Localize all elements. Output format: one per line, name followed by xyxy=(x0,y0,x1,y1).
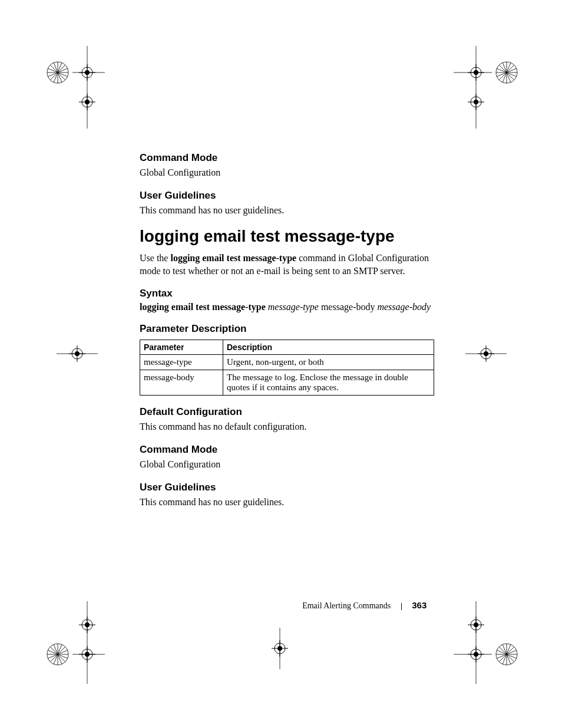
svg-line-61 xyxy=(50,647,65,662)
table-row: message-body The message to log. Enclose… xyxy=(140,370,434,396)
svg-point-55 xyxy=(85,652,90,657)
svg-line-65 xyxy=(54,644,62,664)
svg-point-73 xyxy=(471,620,481,630)
svg-line-66 xyxy=(54,644,62,664)
text-user-guidelines-1: This command has no user guidelines. xyxy=(140,204,434,217)
table-row: message-type Urgent, non-urgent, or both xyxy=(140,355,434,370)
heading-command-mode-2: Command Mode xyxy=(140,444,434,456)
text-default-config: This command has no default configuratio… xyxy=(140,420,434,433)
svg-point-78 xyxy=(471,649,481,660)
svg-point-35 xyxy=(474,100,478,104)
cell-desc: The message to log. Enclose the message … xyxy=(223,370,434,396)
svg-line-8 xyxy=(54,62,62,83)
crop-mark-bottom-center xyxy=(262,628,297,669)
svg-line-22 xyxy=(499,65,514,80)
crop-mark-top-right xyxy=(454,46,518,129)
svg-line-27 xyxy=(503,62,511,83)
syntax-cmd: logging email test message-type xyxy=(140,302,266,312)
page-footer: Email Alerting Commands 363 xyxy=(0,600,562,611)
crop-mark-bottom-right xyxy=(454,601,518,684)
svg-point-10 xyxy=(85,70,90,75)
parameter-table: Parameter Description message-type Urgen… xyxy=(140,340,434,396)
svg-point-34 xyxy=(471,97,481,107)
cell-param: message-type xyxy=(140,355,223,370)
cell-desc: Urgent, non-urgent, or both xyxy=(223,355,434,370)
svg-line-4 xyxy=(50,65,65,80)
svg-line-6 xyxy=(48,68,68,77)
heading-main: logging email test message-type xyxy=(140,227,434,246)
svg-line-64 xyxy=(48,650,68,658)
svg-line-24 xyxy=(497,68,517,77)
svg-point-54 xyxy=(82,649,92,660)
svg-line-3 xyxy=(50,65,65,80)
text-command-mode-1: Global Configuration xyxy=(140,166,434,179)
footer-chapter: Email Alerting Commands xyxy=(302,601,391,610)
svg-line-23 xyxy=(499,65,514,80)
intro-pre: Use the xyxy=(140,253,170,263)
svg-point-0 xyxy=(47,62,68,83)
syntax-arg2: message-body xyxy=(377,302,431,312)
svg-line-85 xyxy=(499,647,514,662)
svg-line-26 xyxy=(503,62,511,83)
svg-point-49 xyxy=(82,620,92,630)
svg-line-7 xyxy=(54,62,62,83)
svg-point-40 xyxy=(75,351,80,356)
text-command-mode-2: Global Configuration xyxy=(140,458,434,471)
svg-point-15 xyxy=(82,97,92,107)
svg-point-39 xyxy=(72,348,82,359)
svg-line-87 xyxy=(497,650,517,658)
heading-user-guidelines-1: User Guidelines xyxy=(140,190,434,202)
crop-mark-bottom-left xyxy=(46,601,105,684)
page-content: Command Mode Global Configuration User G… xyxy=(140,152,434,519)
heading-command-mode-1: Command Mode xyxy=(140,152,434,164)
svg-line-90 xyxy=(503,644,511,664)
svg-point-74 xyxy=(474,622,478,627)
svg-point-16 xyxy=(85,100,90,104)
svg-point-82 xyxy=(496,644,517,665)
heading-parameter-description: Parameter Description xyxy=(140,323,434,335)
svg-line-88 xyxy=(497,650,517,658)
intro-cmd: logging email test message-type xyxy=(170,253,296,263)
footer-separator xyxy=(401,603,402,610)
heading-syntax: Syntax xyxy=(140,288,434,299)
svg-line-63 xyxy=(48,650,68,658)
svg-line-62 xyxy=(50,647,65,662)
svg-point-29 xyxy=(474,70,478,75)
svg-point-79 xyxy=(474,652,478,657)
svg-point-45 xyxy=(484,351,488,356)
heading-user-guidelines-2: User Guidelines xyxy=(140,482,434,493)
svg-point-44 xyxy=(481,348,491,359)
svg-point-28 xyxy=(471,67,481,78)
footer-page-number: 363 xyxy=(412,600,427,610)
crop-mark-mid-left xyxy=(57,342,98,365)
svg-point-19 xyxy=(496,62,517,83)
crop-mark-top-left xyxy=(46,46,105,129)
syntax-arg1: message-type xyxy=(268,302,319,312)
svg-point-69 xyxy=(277,646,282,651)
table-header-parameter: Parameter xyxy=(140,340,223,355)
svg-point-58 xyxy=(47,644,68,665)
svg-point-50 xyxy=(85,622,90,627)
svg-line-25 xyxy=(497,68,517,77)
syntax-mid: message-body xyxy=(321,302,378,312)
svg-point-9 xyxy=(82,67,92,78)
cell-param: message-body xyxy=(140,370,223,396)
text-user-guidelines-2: This command has no user guidelines. xyxy=(140,496,434,509)
crop-mark-mid-right xyxy=(465,342,507,365)
svg-line-5 xyxy=(48,68,68,77)
syntax-line: logging email test message-type message-… xyxy=(140,302,434,312)
svg-point-68 xyxy=(275,643,285,654)
svg-line-89 xyxy=(503,644,511,664)
heading-default-config: Default Configuration xyxy=(140,406,434,418)
svg-line-86 xyxy=(499,647,514,662)
text-intro: Use the logging email test message-type … xyxy=(140,252,434,277)
table-header-description: Description xyxy=(223,340,434,355)
